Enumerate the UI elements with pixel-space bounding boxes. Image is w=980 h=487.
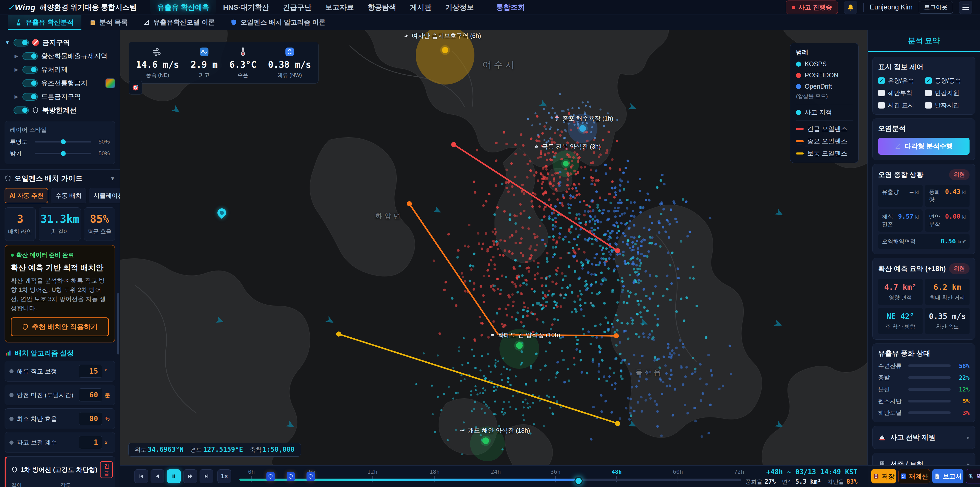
nav-item-기상정보[interactable]: 기상정보 xyxy=(438,0,481,15)
slider-track[interactable] xyxy=(35,141,91,142)
timeline-tick-0h: 0h xyxy=(248,469,255,475)
timeline-fence-marker-3[interactable] xyxy=(307,472,315,481)
chevron-down-icon[interactable]: ▼ xyxy=(5,40,10,45)
checkbox-label: 날짜시간 xyxy=(935,101,959,109)
recalc-icon xyxy=(900,473,907,480)
nav-item-게시판[interactable]: 게시판 xyxy=(403,0,438,15)
recommendation-description: 확산 궤적을 분석하여 해류 직교 방향 1차 방어선, U형 포위 2차 방어… xyxy=(11,276,109,313)
timeline-fence-marker-2[interactable] xyxy=(286,472,295,481)
checkbox-checked-icon[interactable]: ✓ xyxy=(925,77,932,84)
checkbox-unchecked-icon[interactable] xyxy=(925,102,932,109)
guide-tab-AI 자동 추천[interactable]: AI 자동 추천 xyxy=(5,188,48,203)
param-input[interactable]: 60 xyxy=(79,388,102,401)
역추적-button[interactable]: 역추적 xyxy=(966,469,980,484)
tab-오일펜스 배치 알고리즘 이론[interactable]: 오일펜스 배치 알고리즘 이론 xyxy=(223,15,333,30)
보고서-button[interactable]: 보고서 xyxy=(932,469,963,484)
layer-row-드론금지구역: ▶드론금지구역 xyxy=(14,90,115,104)
fence-line-icon xyxy=(796,128,803,130)
sidebar-scrollbar[interactable] xyxy=(117,293,119,354)
apply-recommendation-button[interactable]: 추천 배치안 적용하기 xyxy=(11,318,109,336)
nav-item-항공탐색[interactable]: 항공탐색 xyxy=(361,0,403,15)
skip-to-start-button[interactable] xyxy=(134,469,148,483)
layer-toggle[interactable] xyxy=(22,52,38,60)
playback-speed-button[interactable]: 1× xyxy=(218,469,231,483)
chevron-right-icon[interactable]: ▶ xyxy=(14,67,19,72)
checkbox-unchecked-icon[interactable] xyxy=(878,89,885,96)
checkbox-unchecked-icon[interactable] xyxy=(925,89,932,96)
incident-status-badge[interactable]: 사고 진행중 xyxy=(786,0,838,14)
step-back-button[interactable] xyxy=(151,469,164,483)
button-label: 다각형 분석수행 xyxy=(904,142,953,151)
checkbox-해안부착[interactable]: 해안부착 xyxy=(878,89,923,97)
collapsed-card-사고 선박 제원[interactable]: 사고 선박 제원▸ xyxy=(872,426,975,449)
polygon-analysis-button[interactable]: 다각형 분석수행 xyxy=(878,138,969,155)
map-canvas[interactable]: 여수시화양면돌산읍무슬목여자만 습지보호구역 (6h)종포 해수욕장 (1h)국… xyxy=(120,30,868,465)
defense-metric: 길이8043m xyxy=(11,482,61,487)
param-input[interactable]: 80 xyxy=(79,412,102,425)
collapsed-card-선주 / 보험[interactable]: 선주 / 보험▸ xyxy=(872,453,975,465)
layer-toggle[interactable] xyxy=(22,80,38,87)
fast-forward-button[interactable] xyxy=(183,469,197,483)
incident-locate-button[interactable] xyxy=(129,81,142,94)
oilfence-guide-header[interactable]: 오일펜스 배치 가이드 ▼ xyxy=(5,174,115,184)
저장-button[interactable]: 저장 xyxy=(871,469,896,484)
param-input[interactable]: 15 xyxy=(79,365,102,378)
chevron-right-icon: ▸ xyxy=(967,461,969,465)
bar-track xyxy=(908,400,951,402)
checkbox-checked-icon[interactable]: ✓ xyxy=(878,77,885,84)
tab-유출유 확산분석[interactable]: 유출유 확산분석 xyxy=(8,15,81,30)
flask-icon xyxy=(15,19,22,26)
chevron-right-icon[interactable]: ▶ xyxy=(14,94,19,100)
guide-tab-시뮬레이션[interactable]: 시뮬레이션 xyxy=(89,188,120,203)
chevron-down-icon[interactable]: ▼ xyxy=(110,176,115,182)
nav-item-긴급구난[interactable]: 긴급구난 xyxy=(276,0,318,15)
layer-toggle[interactable] xyxy=(22,93,38,101)
legend-incident-item: 사고 지점 xyxy=(796,108,853,117)
weather-value: 14.6 m/s xyxy=(136,59,179,70)
notifications-button[interactable] xyxy=(844,1,857,14)
nav-item-통합조회[interactable]: 통합조회 xyxy=(485,0,532,15)
layer-toggle[interactable] xyxy=(14,107,29,114)
재계산-button[interactable]: 재계산 xyxy=(898,469,930,484)
param-해류 직교 보정: 해류 직교 보정15° xyxy=(5,361,115,382)
checkbox-label: 풍향/풍속 xyxy=(935,77,961,85)
slider-handle[interactable] xyxy=(61,151,65,156)
row-unit: kl xyxy=(962,190,966,195)
checkbox-날짜시간[interactable]: 날짜시간 xyxy=(925,101,969,109)
row-value: 9.57 xyxy=(898,213,913,220)
checkbox-민감자원[interactable]: 민감자원 xyxy=(925,89,969,97)
checkbox-시간 표시[interactable]: 시간 표시 xyxy=(878,101,923,109)
model-label: KOSPS xyxy=(805,60,827,68)
tab-분석 목록[interactable]: 분석 목록 xyxy=(81,15,135,30)
layer-toggle[interactable] xyxy=(22,66,38,73)
slider-track[interactable] xyxy=(35,153,91,154)
checkbox-풍향/풍속[interactable]: ✓풍향/풍속 xyxy=(925,77,969,85)
nav-item-유출유 확산예측[interactable]: 유출유 확산예측 xyxy=(150,0,216,15)
skip-to-end-button[interactable] xyxy=(200,469,213,483)
timeline-fence-marker-1[interactable] xyxy=(266,472,275,481)
row-unit: km² xyxy=(958,239,966,245)
checkbox-unchecked-icon[interactable] xyxy=(878,102,885,109)
guide-tab-수동 배치[interactable]: 수동 배치 xyxy=(51,188,86,203)
nav-item-보고자료[interactable]: 보고자료 xyxy=(318,0,361,15)
logout-button[interactable]: 로그아웃 xyxy=(919,1,953,14)
weather-label: 풍속 (NE) xyxy=(146,72,169,79)
slider-handle[interactable] xyxy=(61,139,65,144)
nav-item-HNS·대기확산[interactable]: HNS·대기확산 xyxy=(216,0,276,15)
checkbox-유향/유속[interactable]: ✓유향/유속 xyxy=(878,77,923,85)
param-input[interactable]: 1 xyxy=(79,436,102,449)
pause-button[interactable] xyxy=(167,469,181,483)
layer-style-swatch-button[interactable] xyxy=(105,78,115,88)
bar-track xyxy=(908,388,951,391)
row-label: 유출량 xyxy=(882,188,899,196)
chevron-right-icon[interactable]: ▶ xyxy=(14,53,19,59)
button-label: 재계산 xyxy=(909,472,928,481)
tab-유출유확산모델 이론[interactable]: 유출유확산모델 이론 xyxy=(135,15,222,30)
button-label: 역추적 xyxy=(977,472,980,481)
menu-button[interactable] xyxy=(959,1,972,14)
layer-tree: ▼금지구역▶황산화물배출규제지역▶유처리제유조선통행금지▶드론금지구역북방한계선 xyxy=(5,36,115,117)
layer-toggle[interactable] xyxy=(14,39,29,46)
layer-row-유조선통행금지: 유조선통행금지 xyxy=(14,77,115,90)
timeline-handle[interactable] xyxy=(574,477,583,485)
timeline-track-region[interactable]: 0h6h12h18h24h36h48h60h72h xyxy=(239,466,741,487)
